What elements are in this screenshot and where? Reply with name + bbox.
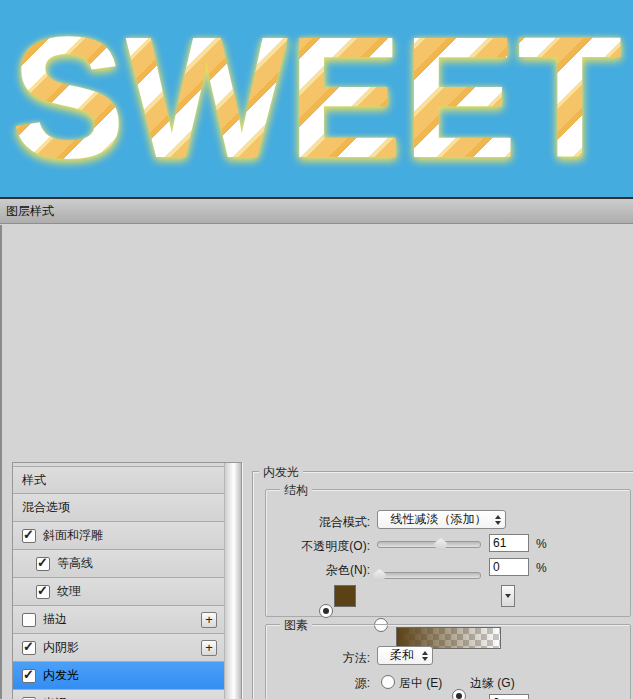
effect-checkbox[interactable] — [36, 585, 50, 599]
styles-list-panel: 样式混合选项斜面和浮雕等高线纹理描边+内阴影+内发光光泽颜色叠加+渐变叠加+图案… — [12, 462, 242, 699]
noise-label: 杂色(N): — [326, 562, 370, 579]
blend-mode-value: 线性减淡（添加） — [386, 511, 491, 528]
noise-slider[interactable] — [377, 572, 481, 579]
panel-legend: 内发光 — [259, 464, 303, 481]
banner-text: SWEET — [11, 11, 623, 183]
dialog-body: 样式混合选项斜面和浮雕等高线纹理描边+内阴影+内发光光泽颜色叠加+渐变叠加+图案… — [0, 225, 633, 699]
sidebar-item[interactable]: 内发光 — [13, 662, 224, 690]
opacity-slider-thumb[interactable] — [434, 538, 447, 550]
color-radio[interactable] — [319, 604, 333, 618]
technique-select[interactable]: 柔和 — [377, 646, 433, 665]
opacity-label: 不透明度(O): — [301, 538, 370, 555]
opacity-input[interactable] — [489, 534, 529, 552]
banner: SWEET — [0, 0, 633, 199]
sidebar-item-label: 纹理 — [57, 583, 81, 600]
elements-legend: 图素 — [280, 617, 312, 634]
sidebar-item[interactable]: 样式 — [13, 466, 224, 494]
sidebar-item-label: 样式 — [22, 472, 46, 489]
structure-legend: 结构 — [280, 482, 312, 499]
source-edge-label: 边缘 (G) — [470, 675, 515, 692]
dialog-title: 图层样式 — [6, 203, 54, 220]
styles-list: 样式混合选项斜面和浮雕等高线纹理描边+内阴影+内发光光泽颜色叠加+渐变叠加+图案… — [13, 466, 224, 699]
noise-input[interactable] — [489, 558, 529, 576]
stepper-arrows-icon — [422, 651, 428, 661]
effect-checkbox[interactable] — [22, 669, 36, 683]
styles-list-scrollbar[interactable] — [224, 463, 241, 699]
sidebar-item-label: 斜面和浮雕 — [43, 527, 103, 544]
blend-mode-label: 混合模式: — [319, 514, 370, 531]
add-effect-button[interactable]: + — [201, 612, 217, 628]
gradient-picker-arrow[interactable] — [501, 585, 515, 607]
sidebar-item[interactable]: 内阴影+ — [13, 634, 224, 662]
dialog-titlebar[interactable]: 图层样式 — [0, 199, 633, 224]
sidebar-item[interactable]: 纹理 — [13, 578, 224, 606]
choke-input[interactable] — [489, 694, 529, 699]
effect-checkbox[interactable] — [22, 529, 36, 543]
sidebar-item[interactable]: 斜面和浮雕 — [13, 522, 224, 550]
effect-checkbox[interactable] — [22, 613, 36, 627]
opacity-suffix: % — [536, 537, 547, 551]
effect-checkbox[interactable] — [36, 557, 50, 571]
sidebar-item-label: 内发光 — [43, 667, 79, 684]
source-center-label: 居中 (E) — [399, 675, 442, 692]
structure-group: 结构 混合模式: 线性减淡（添加） 不透明度(O): % 杂色(N): % — [265, 489, 631, 617]
sidebar-item-label: 描边 — [43, 611, 67, 628]
sidebar-item[interactable]: 等高线 — [13, 550, 224, 578]
sidebar-item[interactable]: 描边+ — [13, 606, 224, 634]
sidebar-item-label: 内阴影 — [43, 639, 79, 656]
inner-glow-panel: 内发光 结构 混合模式: 线性减淡（添加） 不透明度(O): % 杂色(N): — [252, 471, 633, 699]
stepper-arrows-icon — [495, 515, 501, 525]
opacity-slider[interactable] — [377, 541, 481, 548]
source-center-radio[interactable] — [381, 675, 395, 689]
technique-value: 柔和 — [386, 647, 418, 664]
sidebar-item[interactable]: 光泽 — [13, 690, 224, 699]
source-label: 源: — [355, 675, 370, 692]
noise-suffix: % — [536, 561, 547, 575]
sidebar-item-label: 光泽 — [43, 695, 67, 699]
add-effect-button[interactable]: + — [201, 640, 217, 656]
source-edge-radio[interactable] — [452, 689, 466, 699]
technique-label: 方法: — [343, 650, 370, 667]
effect-checkbox[interactable] — [22, 641, 36, 655]
blend-mode-select[interactable]: 线性减淡（添加） — [377, 510, 506, 529]
sidebar-item-label: 等高线 — [57, 555, 93, 572]
sidebar-item[interactable]: 混合选项 — [13, 494, 224, 522]
sidebar-item-label: 混合选项 — [22, 499, 70, 516]
glow-color-swatch[interactable] — [334, 585, 356, 607]
elements-group: 图素 方法: 柔和 源: 居中 (E) 边缘 (G) 阻塞(C): % 大小(S… — [265, 624, 631, 699]
noise-slider-thumb[interactable] — [373, 569, 386, 581]
